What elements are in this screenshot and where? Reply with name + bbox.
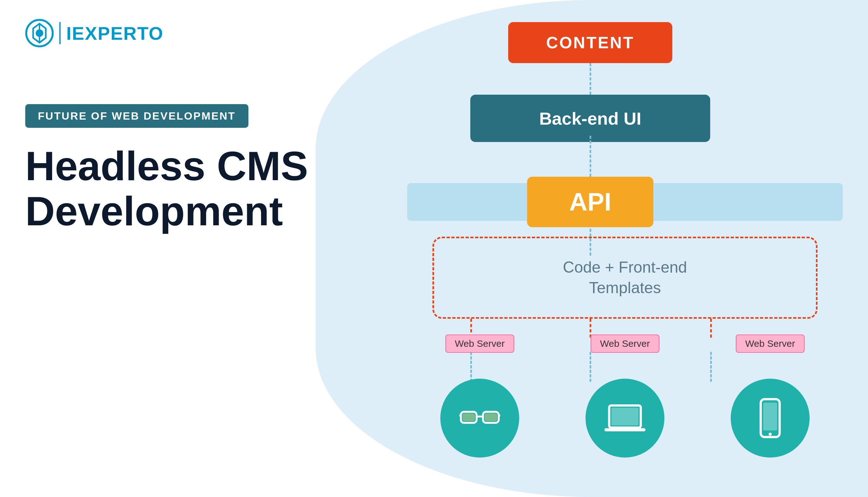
svg-line-8 <box>499 415 500 416</box>
connector-content-to-backend <box>589 63 591 95</box>
connector-backend-to-api <box>589 136 591 177</box>
left-content: FUTURE OF WEB DEVELOPMENT Headless CMS D… <box>25 104 309 234</box>
main-title: Headless CMS Development <box>25 144 309 234</box>
svg-point-1 <box>35 29 43 37</box>
logo-divider <box>59 22 61 44</box>
connector-ws-to-device-right <box>710 352 712 382</box>
svg-rect-9 <box>463 413 475 421</box>
web-server-badge-3: Web Server <box>736 335 805 353</box>
device-laptop <box>585 379 665 457</box>
web-server-badge-2: Web Server <box>590 335 659 353</box>
ar-glasses-icon <box>459 406 500 431</box>
diagram: CONTENT Back-end UI API Code + Front-end… <box>407 16 843 481</box>
content-box: CONTENT <box>508 22 672 63</box>
device-ar-glasses <box>440 379 519 457</box>
device-mobile <box>731 379 810 457</box>
svg-rect-12 <box>611 408 639 425</box>
logo-icon <box>25 19 54 47</box>
web-servers-row: Web Server Web Server Web Server <box>407 335 843 353</box>
api-box: API <box>527 177 653 227</box>
logo: iEXPERTO <box>25 19 163 47</box>
svg-rect-13 <box>604 428 645 431</box>
laptop-icon <box>603 401 647 436</box>
page: iEXPERTO FUTURE OF WEB DEVELOPMENT Headl… <box>0 0 868 497</box>
devices-row <box>407 379 843 457</box>
frontend-templates-box: Code + Front-endTemplates <box>432 237 817 319</box>
api-label: API <box>569 187 611 216</box>
frontend-label: Code + Front-endTemplates <box>563 257 687 298</box>
title-line1: Headless CMS <box>25 144 309 189</box>
title-line2: Development <box>25 189 309 234</box>
backend-box: Back-end UI <box>470 95 710 142</box>
svg-rect-15 <box>763 403 777 430</box>
backend-label: Back-end UI <box>539 108 641 129</box>
web-server-badge-1: Web Server <box>445 335 514 353</box>
connector-ws-to-device-mid <box>589 352 591 382</box>
svg-point-16 <box>769 432 772 436</box>
svg-rect-10 <box>484 413 497 421</box>
content-label: CONTENT <box>546 33 634 52</box>
mobile-icon <box>757 398 783 439</box>
logo-text: iEXPERTO <box>66 23 163 44</box>
tag-badge: FUTURE OF WEB DEVELOPMENT <box>25 104 248 128</box>
connector-ws-to-device-left <box>470 352 472 382</box>
svg-line-7 <box>459 415 461 416</box>
